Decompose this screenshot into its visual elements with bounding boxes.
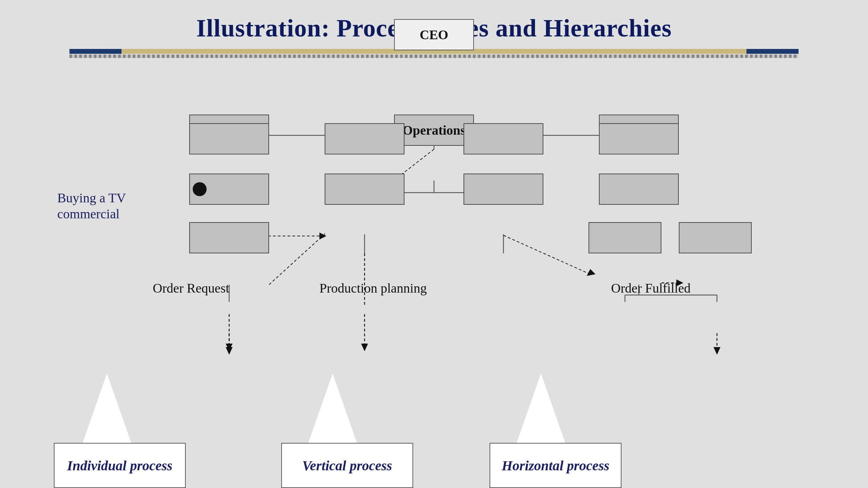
- org-chart-svg: [0, 45, 868, 364]
- operations-label: Operations: [402, 123, 466, 138]
- bar-bottom: [69, 54, 799, 58]
- horizontal-process-triangle: [517, 373, 565, 443]
- operations-box: Operations: [394, 115, 474, 146]
- accounting-sub1-box: [599, 123, 679, 154]
- operations-sub4-box: [464, 174, 543, 205]
- svg-marker-34: [713, 347, 720, 355]
- accounting-sub2-box: [599, 174, 679, 205]
- ceo-box: CEO: [394, 19, 474, 50]
- svg-marker-21: [226, 344, 233, 351]
- page: Illustration: Process Types and Hierarch…: [0, 0, 868, 488]
- buying-tv-label: Buying a TVcommercial: [57, 190, 126, 222]
- vertical-process-triangle: [308, 373, 357, 443]
- vertical-process-label: Vertical process: [302, 457, 392, 474]
- ceo-label: CEO: [420, 27, 448, 42]
- svg-marker-30: [587, 269, 595, 276]
- order-request-label: Order Request: [153, 280, 229, 296]
- bar-seg3: [746, 49, 799, 54]
- process-dot: [193, 182, 207, 196]
- svg-marker-28: [319, 233, 326, 239]
- bar-seg1: [69, 49, 122, 54]
- accounting-sub3-box: [589, 222, 661, 253]
- operations-sub2-box: [464, 123, 543, 154]
- individual-process-box: Individual process: [54, 443, 186, 488]
- svg-marker-36: [226, 347, 233, 355]
- individual-process-triangle: [83, 373, 131, 443]
- svg-marker-23: [361, 344, 368, 351]
- operations-sub3-box: [325, 174, 404, 205]
- horizontal-process-label: Horizontal process: [502, 457, 609, 474]
- order-fulfilled-label: Order Fulfilled: [611, 280, 691, 296]
- svg-line-29: [503, 235, 590, 274]
- marketing-sub3-box: [189, 222, 269, 253]
- operations-sub1-box: [325, 123, 404, 154]
- svg-line-37: [269, 233, 326, 285]
- accounting-sub4-box: [679, 222, 752, 253]
- marketing-sub1-box: [189, 123, 269, 154]
- vertical-process-box: Vertical process: [281, 443, 413, 488]
- horizontal-process-box: Horizontal process: [490, 443, 621, 488]
- individual-process-label: Individual process: [67, 457, 172, 474]
- production-planning-label: Production planning: [319, 280, 427, 296]
